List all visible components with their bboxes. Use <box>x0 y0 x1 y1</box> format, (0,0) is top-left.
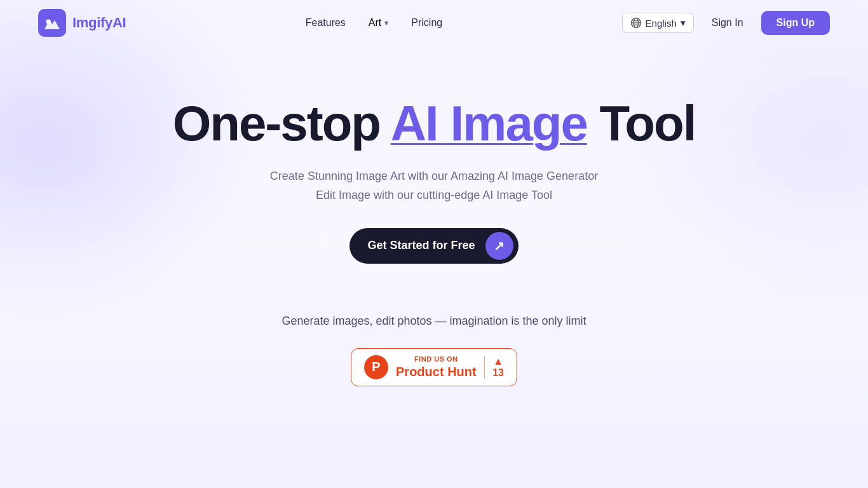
language-selector[interactable]: English ▾ <box>622 13 694 33</box>
nav-links: Features Art ▾ Pricing <box>306 17 443 29</box>
nav-right: English ▾ Sign In Sign Up <box>622 11 830 35</box>
logo-text: ImgifyAI <box>72 15 126 31</box>
cta-arrow-icon: ↗ <box>485 232 513 260</box>
cta-button[interactable]: Get Started for Free ↗ <box>349 228 518 264</box>
hero-title: One-stop AI Image Tool <box>173 97 696 151</box>
logo[interactable]: ImgifyAI <box>38 9 126 37</box>
logo-icon <box>38 9 66 37</box>
hero-section: One-stop AI Image Tool Create Stunning I… <box>0 46 868 386</box>
product-hunt-arrow-icon: ▲ <box>493 356 503 367</box>
product-hunt-badge[interactable]: P FIND US ON Product Hunt ▲ 13 <box>351 348 517 386</box>
signin-button[interactable]: Sign In <box>704 12 751 34</box>
svg-point-1 <box>46 20 51 24</box>
cta-button-label: Get Started for Free <box>367 239 475 252</box>
globe-icon <box>630 17 642 29</box>
nav-art-link[interactable]: Art ▾ <box>369 17 388 29</box>
hero-subtitle: Create Stunning Image Art with our Amazi… <box>270 166 598 205</box>
hero-title-highlight: AI Image <box>391 95 587 151</box>
product-hunt-count: 13 <box>492 367 504 379</box>
language-chevron-icon: ▾ <box>681 17 686 29</box>
nav-features-link[interactable]: Features <box>306 17 346 28</box>
nav-pricing-link[interactable]: Pricing <box>411 17 442 28</box>
signup-button[interactable]: Sign Up <box>761 11 830 35</box>
product-hunt-name: Product Hunt <box>396 364 477 379</box>
product-hunt-logo-icon: P <box>364 355 388 379</box>
navbar: ImgifyAI Features Art ▾ Pricing English <box>0 0 868 46</box>
hero-tagline: Generate images, edit photos — imaginati… <box>281 315 586 328</box>
product-hunt-text: FIND US ON Product Hunt <box>396 355 477 379</box>
product-hunt-find-label: FIND US ON <box>396 355 477 363</box>
art-chevron-icon: ▾ <box>384 18 388 27</box>
product-hunt-divider <box>484 356 485 379</box>
product-hunt-score: ▲ 13 <box>492 356 504 379</box>
language-label: English <box>646 18 677 29</box>
svg-rect-0 <box>38 9 66 37</box>
